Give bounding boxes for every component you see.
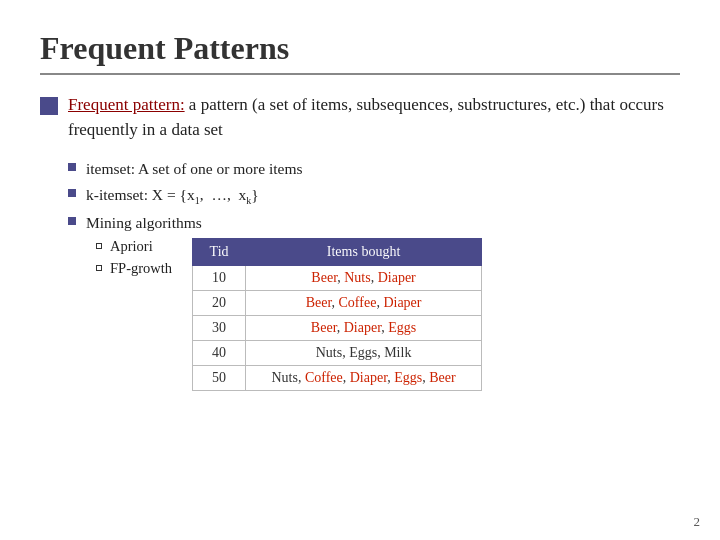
table-item-text: Beer [306, 295, 332, 310]
table-row: 30Beer, Diaper, Eggs [193, 315, 482, 340]
table-item-text: , [337, 320, 344, 335]
sub-bullet-2-text: k-itemset: X = {x1, …, xk} [86, 184, 259, 208]
table-row: 10Beer, Nuts, Diaper [193, 265, 482, 290]
table-row: 40Nuts, Eggs, Milk [193, 340, 482, 365]
table-cell-items: Beer, Coffee, Diaper [246, 290, 482, 315]
apriori-label: Apriori [110, 238, 153, 255]
table-cell-items: Beer, Diaper, Eggs [246, 315, 482, 340]
table-item-text: Coffee [339, 295, 377, 310]
table-cell-tid: 10 [193, 265, 246, 290]
main-bullet-text: Frequent pattern: a pattern (a set of it… [68, 93, 680, 142]
table-item-text: Nuts [344, 270, 370, 285]
sub-bullet-1: itemset: A set of one or more items [68, 158, 680, 180]
slide-content: Frequent pattern: a pattern (a set of it… [40, 93, 680, 391]
table-item-text: Beer [311, 270, 337, 285]
sub-bullets-container: itemset: A set of one or more items k-it… [68, 158, 680, 390]
sub-bullet-2: k-itemset: X = {x1, …, xk} [68, 184, 680, 208]
table-item-text: , [332, 295, 339, 310]
bullet-icon-main [40, 97, 58, 115]
table-item-text: , [371, 270, 378, 285]
table-item-text: Diaper [344, 320, 382, 335]
table-cell-items: Nuts, Coffee, Diaper, Eggs, Beer [246, 365, 482, 390]
table-item-text: Eggs [388, 320, 416, 335]
table-cell-items: Beer, Nuts, Diaper [246, 265, 482, 290]
table-cell-tid: 40 [193, 340, 246, 365]
main-bullet: Frequent pattern: a pattern (a set of it… [40, 93, 680, 142]
level3-bullet-fpgrowth: FP-growth [96, 260, 172, 277]
table-row: 20Beer, Coffee, Diaper [193, 290, 482, 315]
table-row: 50Nuts, Coffee, Diaper, Eggs, Beer [193, 365, 482, 390]
table-cell-tid: 20 [193, 290, 246, 315]
table-item-text: , [343, 370, 350, 385]
subscript-k: k [246, 195, 251, 206]
slide: Frequent Patterns Frequent pattern: a pa… [0, 0, 720, 540]
table-item-text: Beer [429, 370, 455, 385]
table-item-text: Beer [311, 320, 337, 335]
fpgrowth-label: FP-growth [110, 260, 172, 277]
table-cell-items: Nuts, Eggs, Milk [246, 340, 482, 365]
table-cell-tid: 30 [193, 315, 246, 340]
level3-bullet-apriori: Apriori [96, 238, 172, 255]
bullet-sq-2 [68, 189, 76, 197]
sub-bullet-3: Mining algorithms [68, 212, 680, 234]
items-table: Tid Items bought 10Beer, Nuts, Diaper20B… [192, 238, 482, 391]
table-item-text: Eggs [394, 370, 422, 385]
table-header-tid: Tid [193, 238, 246, 265]
bullet-sq-3 [68, 217, 76, 225]
highlight-text: Frequent pattern: [68, 95, 185, 114]
sub-bullet-1-text: itemset: A set of one or more items [86, 158, 303, 180]
table-item-text: Diaper [350, 370, 388, 385]
sq-sm-2 [96, 265, 102, 271]
table-item-text: Diaper [383, 295, 421, 310]
table-item-text: Coffee [305, 370, 343, 385]
level3-area: Apriori FP-growth Tid Items bought [96, 238, 680, 391]
sub-bullet-3-text: Mining algorithms [86, 212, 202, 234]
table-item-text: Diaper [378, 270, 416, 285]
table-cell-tid: 50 [193, 365, 246, 390]
table-item-text: Nuts, [271, 370, 304, 385]
level3-bullets: Apriori FP-growth [96, 238, 172, 279]
page-number: 2 [694, 514, 701, 530]
sq-sm-1 [96, 243, 102, 249]
table-header-items: Items bought [246, 238, 482, 265]
bullet-sq-1 [68, 163, 76, 171]
slide-title: Frequent Patterns [40, 30, 680, 75]
table-item-text: Nuts, Eggs, Milk [316, 345, 412, 360]
subscript-1: 1 [195, 195, 200, 206]
